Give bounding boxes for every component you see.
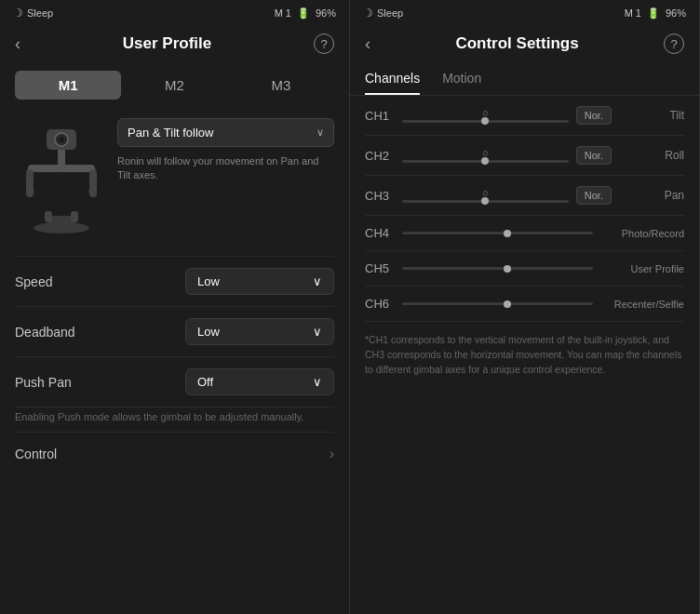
ch5-slider[interactable] <box>402 267 593 270</box>
tab-m1[interactable]: M1 <box>15 71 121 100</box>
chevron-down-icon-pushpan: ∨ <box>313 375 322 389</box>
ch1-nor-button[interactable]: Nor. <box>576 106 612 125</box>
setting-label-speed: Speed <box>15 274 52 289</box>
deadband-value: Low <box>197 325 220 339</box>
channel-row-ch5: CH5 User Profile <box>365 251 684 287</box>
back-button[interactable]: ‹ <box>15 34 20 54</box>
control-tab-group: Channels Motion <box>350 61 699 96</box>
battery-label-right: 96% <box>666 7 686 19</box>
ch4-slider[interactable] <box>402 232 593 234</box>
back-button-control[interactable]: ‹ <box>365 34 370 54</box>
setting-row-speed: Speed Low ∨ <box>15 256 334 306</box>
control-label: Control <box>15 447 57 461</box>
tab-channels[interactable]: Channels <box>365 71 420 95</box>
page-title-control: Control Settings <box>455 34 578 53</box>
sleep-icon-right: ☽ <box>363 7 373 20</box>
ch6-slider-wrap <box>402 302 593 305</box>
tab-m3[interactable]: M3 <box>228 71 334 100</box>
ch2-slider-thumb <box>481 157 489 165</box>
status-bar-left: ☽ Sleep M 1 🔋 96% <box>0 0 349 26</box>
ch6-slider-thumb <box>504 300 511 308</box>
ch5-slider-wrap <box>402 267 593 270</box>
svg-point-6 <box>59 137 64 142</box>
sleep-label: Sleep <box>27 7 53 19</box>
ch3-axis-label: Pan <box>619 189 684 202</box>
help-button-profile[interactable]: ? <box>314 33 334 54</box>
network-label-right: M 1 <box>625 7 641 19</box>
ch5-label: CH5 <box>365 261 395 275</box>
channel-row-ch1: CH1 0 Nor. Tilt <box>365 96 684 136</box>
sleep-icon: ☽ <box>13 7 23 20</box>
ch2-nor-button[interactable]: Nor. <box>576 146 612 165</box>
ch4-slider-wrap <box>402 232 593 234</box>
profile-tab-group: M1 M2 M3 <box>15 71 334 100</box>
ch1-label: CH1 <box>365 109 395 123</box>
speed-value: Low <box>197 274 220 288</box>
channels-list: CH1 0 Nor. Tilt CH2 0 Nor. Roll <box>350 96 699 322</box>
deadband-dropdown[interactable]: Low ∨ <box>185 318 334 345</box>
channel-row-ch2: CH2 0 Nor. Roll <box>365 136 684 176</box>
nav-bar-profile: ‹ User Profile ? <box>0 26 349 61</box>
mode-description: Ronin will follow your movement on Pan a… <box>117 154 334 183</box>
ch3-slider-wrap: 0 <box>402 189 569 203</box>
channel-row-ch3: CH3 0 Nor. Pan <box>365 176 684 216</box>
chevron-right-icon: › <box>330 446 334 462</box>
gimbal-controls: Pan & Tilt follow ∨ Ronin will follow yo… <box>117 118 334 183</box>
setting-row-pushpan: Push Pan Off ∨ <box>15 356 334 407</box>
chevron-down-icon-deadband: ∨ <box>313 325 322 339</box>
setting-label-pushpan: Push Pan <box>15 375 72 390</box>
mode-value: Pan & Tilt follow <box>128 126 214 140</box>
tab-m2[interactable]: M2 <box>121 71 227 100</box>
control-row[interactable]: Control › <box>15 432 334 475</box>
ch1-slider-wrap: 0 <box>402 109 569 123</box>
svg-rect-10 <box>71 211 78 222</box>
status-bar-right: ☽ Sleep M 1 🔋 96% <box>350 0 699 26</box>
ch4-slider-thumb <box>504 230 511 237</box>
sleep-label-right: Sleep <box>377 7 403 19</box>
chevron-down-icon: ∨ <box>316 127 324 139</box>
svg-rect-7 <box>26 169 34 197</box>
panel-control-settings: ☽ Sleep M 1 🔋 96% ‹ Control Settings ? C… <box>350 0 700 614</box>
nav-bar-control: ‹ Control Settings ? <box>350 26 699 61</box>
ch6-slider[interactable] <box>402 302 593 305</box>
svg-rect-8 <box>89 169 97 197</box>
svg-rect-9 <box>45 211 52 222</box>
channel-row-ch4: CH4 Photo/Record <box>365 216 684 251</box>
ch4-label: CH4 <box>365 226 395 240</box>
ch1-slider[interactable] <box>402 120 569 123</box>
battery-label: 96% <box>316 7 336 19</box>
gimbal-illustration <box>15 118 108 243</box>
page-title-profile: User Profile <box>123 34 211 53</box>
ch4-axis-label: Photo/Record <box>600 228 684 239</box>
ch3-label: CH3 <box>365 189 395 203</box>
pushpan-value: Off <box>197 375 213 389</box>
chevron-down-icon-speed: ∨ <box>313 274 322 288</box>
channel-footnote: *CH1 corresponds to the vertical movemen… <box>350 322 699 388</box>
ch2-slider-wrap: 0 <box>402 149 569 163</box>
ch2-slider[interactable] <box>402 160 569 163</box>
ch5-axis-label: User Profile <box>600 263 684 274</box>
ch2-label: CH2 <box>365 149 395 163</box>
channel-row-ch6: CH6 Recenter/Selfie <box>365 287 684 322</box>
ch3-slider-thumb <box>481 197 489 205</box>
battery-icon-right: 🔋 <box>647 7 660 20</box>
pushpan-dropdown[interactable]: Off ∨ <box>185 368 334 395</box>
ch3-nor-button[interactable]: Nor. <box>576 186 612 205</box>
ch2-axis-label: Roll <box>619 149 684 162</box>
ch6-axis-label: Recenter/Selfie <box>600 299 684 310</box>
ch5-slider-thumb <box>504 265 511 273</box>
ch3-slider[interactable] <box>402 200 569 203</box>
push-mode-note: Enabling Push mode allows the gimbal to … <box>15 407 334 432</box>
tab-motion[interactable]: Motion <box>442 71 481 95</box>
ch3-zero: 0 <box>483 189 488 198</box>
panel-user-profile: ☽ Sleep M 1 🔋 96% ‹ User Profile ? M1 M2… <box>0 0 350 614</box>
speed-dropdown[interactable]: Low ∨ <box>185 268 334 295</box>
ch6-label: CH6 <box>365 297 395 311</box>
setting-label-deadband: Deadband <box>15 325 75 340</box>
ch1-zero: 0 <box>483 109 488 118</box>
gimbal-area: Pan & Tilt follow ∨ Ronin will follow yo… <box>0 109 349 252</box>
help-button-control[interactable]: ? <box>664 33 684 54</box>
network-label: M 1 <box>275 7 291 19</box>
mode-dropdown[interactable]: Pan & Tilt follow ∨ <box>117 118 334 147</box>
ch2-zero: 0 <box>483 149 488 158</box>
